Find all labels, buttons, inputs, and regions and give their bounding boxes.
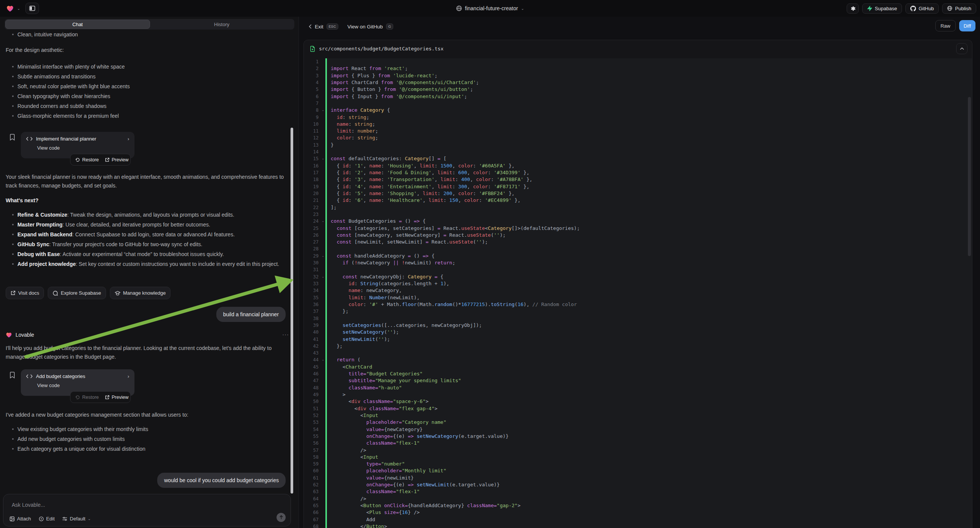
composer[interactable]: Ask Lovable... Attach Edit Default ⌄ bbox=[3, 494, 291, 526]
version-card-title: Implement financial planner bbox=[36, 136, 124, 142]
explore-supabase-button[interactable]: Explore Supabase bbox=[48, 287, 106, 299]
fold-gutter bbox=[320, 176, 325, 183]
chevron-right-icon: › bbox=[128, 374, 129, 379]
preview-button[interactable]: Preview bbox=[105, 157, 129, 162]
fold-gutter bbox=[320, 322, 325, 329]
bookmark-icon[interactable] bbox=[10, 134, 15, 141]
code-line: 57 /> bbox=[304, 447, 972, 454]
raw-button[interactable]: Raw bbox=[935, 20, 956, 32]
line-number: 41 bbox=[304, 336, 320, 343]
code-line: 32⌄ const newCategoryObj: Category = { bbox=[304, 274, 972, 280]
collapse-button[interactable] bbox=[956, 43, 967, 54]
line-number: 9 bbox=[304, 114, 320, 121]
line-number: 30 bbox=[304, 259, 320, 266]
fold-gutter bbox=[320, 100, 325, 107]
fold-toggle-icon[interactable]: ⌄ bbox=[320, 253, 325, 259]
github-button[interactable]: GitHub bbox=[905, 3, 939, 14]
edit-button[interactable]: Edit bbox=[39, 516, 54, 522]
visit-docs-button[interactable]: Visit docs bbox=[6, 287, 44, 299]
bookmark-icon[interactable] bbox=[10, 372, 15, 379]
view-code-link[interactable]: View code bbox=[37, 383, 129, 388]
line-number: 59 bbox=[304, 461, 320, 468]
restore-button[interactable]: Restore bbox=[75, 157, 99, 162]
view-code-link[interactable]: View code bbox=[37, 145, 129, 151]
fold-gutter bbox=[320, 93, 325, 100]
code-line: 40 setNewCategory(''); bbox=[304, 329, 972, 336]
fold-gutter bbox=[320, 280, 325, 287]
list-item: Add project knowledge: Set key context o… bbox=[6, 259, 289, 269]
preview-button[interactable]: Preview bbox=[105, 395, 129, 400]
fold-toggle-icon[interactable]: ⌄ bbox=[320, 218, 325, 224]
fold-gutter bbox=[320, 419, 325, 426]
attach-button[interactable]: Attach bbox=[10, 516, 31, 522]
line-number: 54 bbox=[304, 426, 320, 433]
line-number: 34 bbox=[304, 287, 320, 294]
code-scrollbar[interactable] bbox=[968, 97, 971, 256]
fold-gutter bbox=[320, 336, 325, 343]
line-number: 26 bbox=[304, 232, 320, 239]
view-on-github-button[interactable]: View on GitHub G bbox=[347, 24, 393, 30]
file-path: src/components/budget/BudgetCategories.t… bbox=[319, 46, 444, 51]
lovable-logo-icon[interactable] bbox=[6, 5, 14, 12]
fold-toggle-icon[interactable]: ⌄ bbox=[320, 155, 325, 162]
line-number: 58 bbox=[304, 454, 320, 461]
line-number: 25 bbox=[304, 225, 320, 232]
chat-scrollbar[interactable] bbox=[291, 128, 293, 493]
mode-select[interactable]: Default ⌄ bbox=[62, 516, 91, 522]
line-number: 23 bbox=[304, 211, 320, 218]
supabase-button[interactable]: Supabase bbox=[862, 3, 902, 14]
esc-kbd: ESC bbox=[326, 24, 339, 30]
assistant-name: Lovable bbox=[16, 332, 34, 338]
tab-history[interactable]: History bbox=[150, 20, 294, 29]
tab-chat[interactable]: Chat bbox=[5, 20, 150, 29]
manage-knowledge-button[interactable]: Manage knowledge bbox=[110, 287, 171, 299]
code-panel: Exit ESC View on GitHub G Raw Diff src/c… bbox=[299, 0, 980, 528]
project-switcher[interactable]: financial-future-creator ⌄ bbox=[456, 0, 524, 17]
line-number: 5 bbox=[304, 86, 320, 93]
code-line: 24⌄const BudgetCategories = () => { bbox=[304, 218, 972, 224]
quick-action-row: Visit docs Explore Supabase Manage knowl… bbox=[6, 287, 170, 299]
line-number: 4 bbox=[304, 79, 320, 86]
list-item: GitHub Sync: Transfer your project's cod… bbox=[6, 239, 289, 249]
bullet-dot bbox=[12, 34, 14, 35]
code-editor[interactable]: 12import React from 'react';3import { Pl… bbox=[304, 57, 972, 528]
code-line: 25 const [categories, setCategories] = R… bbox=[304, 225, 972, 232]
code-line: 2import React from 'react'; bbox=[304, 65, 972, 72]
fold-gutter bbox=[320, 523, 325, 528]
chevron-down-icon[interactable]: ⌄ bbox=[17, 6, 20, 11]
graduation-cap-icon bbox=[115, 291, 121, 296]
code-line: 60 placeholder="Monthly limit" bbox=[304, 468, 972, 474]
sidebar-toggle-button[interactable] bbox=[25, 3, 39, 14]
line-number: 32 bbox=[304, 274, 320, 280]
code-line: 47 subtitle="Manage your spending limits… bbox=[304, 377, 972, 384]
publish-button[interactable]: Publish bbox=[942, 3, 976, 14]
fold-toggle-icon[interactable]: ⌄ bbox=[320, 356, 325, 363]
fold-gutter bbox=[320, 440, 325, 447]
fold-gutter bbox=[320, 86, 325, 93]
code-line: 1 bbox=[304, 58, 972, 65]
message-menu-icon[interactable]: ··· bbox=[282, 331, 289, 337]
settings-button[interactable] bbox=[846, 3, 859, 14]
fold-gutter bbox=[320, 391, 325, 398]
code-line: 65 <Button onClick={handleAddCategory} c… bbox=[304, 502, 972, 509]
fold-toggle-icon[interactable]: ⌄ bbox=[320, 274, 325, 280]
list-item: View existing budget categories with the… bbox=[6, 424, 289, 434]
file-bar[interactable]: src/components/budget/BudgetCategories.t… bbox=[304, 40, 972, 57]
fold-gutter bbox=[320, 266, 325, 273]
line-number: 7 bbox=[304, 100, 320, 107]
code-line: 29⌄ const handleAddCategory = () => { bbox=[304, 253, 972, 259]
restore-button[interactable]: Restore bbox=[75, 395, 99, 400]
file-added-icon bbox=[310, 46, 315, 52]
chevron-down-icon: ⌄ bbox=[521, 6, 524, 11]
fold-gutter bbox=[320, 72, 325, 79]
line-number: 51 bbox=[304, 405, 320, 412]
line-number: 61 bbox=[304, 475, 320, 482]
send-button[interactable] bbox=[277, 513, 286, 522]
code-line: 52 <Input bbox=[304, 412, 972, 419]
exit-button[interactable]: Exit ESC bbox=[309, 24, 338, 30]
code-line: 62 onChange={(e) => setNewLimit(e.target… bbox=[304, 482, 972, 488]
sidebar-toggle-icon bbox=[29, 6, 35, 11]
fold-toggle-icon[interactable]: ⌄ bbox=[320, 107, 325, 114]
diff-button[interactable]: Diff bbox=[959, 20, 975, 32]
line-number: 52 bbox=[304, 412, 320, 419]
